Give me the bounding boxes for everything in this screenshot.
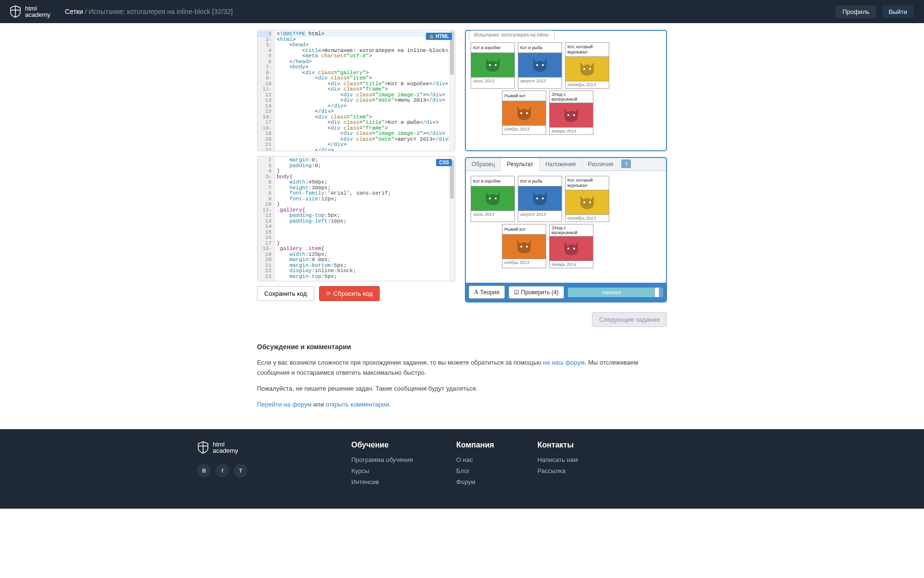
help-button[interactable]: ? bbox=[621, 159, 631, 168]
footer-link[interactable]: Курсы bbox=[351, 467, 413, 474]
footer-col: КонтактыНаписать намРассылка bbox=[538, 441, 578, 489]
progress-fill: теплее bbox=[568, 288, 656, 297]
gallery-item: Рыжий котноябрь 2013 bbox=[502, 224, 546, 268]
left-column: 🔒HTML 1234567891011121314151617181920212… bbox=[257, 30, 455, 327]
gallery-item: Этюд с валерьянкойянварь 2014 bbox=[549, 91, 593, 135]
social-row: ВfT bbox=[197, 464, 294, 477]
svg-point-8 bbox=[567, 114, 569, 116]
gallery-item: Этюд с валерьянкойянварь 2014 bbox=[549, 224, 593, 268]
gallery-item: Рыжий котноябрь 2013 bbox=[502, 91, 546, 135]
svg-point-18 bbox=[567, 248, 569, 250]
footer-link[interactable]: Блог bbox=[456, 467, 494, 474]
result-panel: ОбразецРезультатНаложениеРазличия? Кот в… bbox=[465, 157, 667, 302]
logout-button[interactable]: Выйти bbox=[882, 5, 915, 19]
progress-bar[interactable]: теплее bbox=[568, 288, 663, 297]
social-icon[interactable]: f bbox=[216, 464, 229, 477]
svg-point-10 bbox=[489, 197, 491, 199]
svg-point-15 bbox=[589, 201, 591, 203]
css-code-area[interactable]: margin:0; padding:0;}body{ width:450px; … bbox=[275, 157, 455, 281]
footer-col: ОбучениеПрограмма обученияКурсыИнтенсив bbox=[351, 441, 413, 489]
breadcrumb-root[interactable]: Сетки bbox=[65, 8, 83, 15]
preview-result: Кот в коробкеиюль 2013Кот и рыбаавгуст 2… bbox=[466, 171, 666, 283]
check-icon bbox=[514, 289, 519, 296]
breadcrumb: Сетки / Испытание: котогалерея на inline… bbox=[65, 8, 233, 15]
goto-forum-link[interactable]: Перейти на форум bbox=[257, 401, 311, 408]
main-container: 🔒HTML 1234567891011121314151617181920212… bbox=[131, 23, 793, 327]
svg-point-14 bbox=[583, 201, 585, 203]
html-badge: 🔒HTML bbox=[426, 33, 452, 40]
gallery-item: Кот в коробкеиюль 2013 bbox=[471, 176, 515, 222]
scrollbar[interactable] bbox=[449, 157, 455, 281]
gallery-item: Кот в коробкеиюль 2013 bbox=[471, 42, 515, 89]
svg-point-1 bbox=[495, 64, 497, 66]
progress-thumb[interactable] bbox=[654, 288, 659, 297]
css-gutter: 234567891011121314151617181920212223 bbox=[257, 157, 275, 281]
social-icon[interactable]: T bbox=[234, 464, 247, 477]
preview-tab-top: Испытание: котогалерея на inline- bbox=[469, 30, 555, 39]
gallery-result: Кот в коробкеиюль 2013Кот и рыбаавгуст 2… bbox=[471, 176, 661, 268]
footer-col: КомпанияО насБлогФорум bbox=[456, 441, 494, 489]
svg-point-2 bbox=[536, 64, 538, 66]
theory-button[interactable]: AТеория bbox=[469, 286, 505, 299]
svg-point-11 bbox=[495, 197, 497, 199]
footer-link[interactable]: Форум bbox=[456, 478, 494, 486]
preview-reference: Испытание: котогалерея на inline- Кот в … bbox=[465, 30, 667, 151]
header-right: Профиль Выйти bbox=[835, 5, 914, 19]
svg-point-17 bbox=[526, 246, 528, 248]
result-tab-3[interactable]: Различия bbox=[582, 158, 620, 171]
footer-columns: ОбучениеПрограмма обученияКурсыИнтенсивК… bbox=[351, 441, 578, 489]
svg-point-7 bbox=[526, 112, 528, 114]
discussion-p1: Если у вас возникли сложности при прохож… bbox=[257, 358, 667, 378]
scrollbar[interactable] bbox=[449, 30, 455, 151]
discussion-heading: Обсуждение и комментарии bbox=[257, 342, 667, 352]
footer: htmlacademy ВfT ОбучениеПрограмма обучен… bbox=[0, 429, 924, 509]
html-gutter: 12345678910111213141516171819202122 bbox=[257, 30, 275, 151]
footer-logo[interactable]: htmlacademy bbox=[197, 441, 294, 454]
css-editor[interactable]: CSS 234567891011121314151617181920212223… bbox=[257, 156, 455, 281]
forum-link[interactable]: на наш форум bbox=[543, 359, 585, 366]
result-tabs: ОбразецРезультатНаложениеРазличия? bbox=[466, 158, 666, 171]
footer-link[interactable]: Написать нам bbox=[538, 456, 578, 463]
html-editor[interactable]: 🔒HTML 1234567891011121314151617181920212… bbox=[257, 30, 455, 151]
save-button[interactable]: Сохранить код bbox=[257, 286, 314, 301]
footer-logo-col: htmlacademy ВfT bbox=[197, 441, 294, 489]
preview-content: Кот в коробкеиюль 2013Кот и рыбаавгуст 2… bbox=[466, 31, 666, 140]
result-tab-1[interactable]: Результат bbox=[501, 158, 539, 171]
footer-link[interactable]: Рассылка bbox=[538, 467, 578, 474]
social-icon[interactable]: В bbox=[197, 464, 211, 477]
profile-button[interactable]: Профиль bbox=[835, 5, 876, 19]
book-icon: A bbox=[474, 289, 478, 296]
logo[interactable]: html academy bbox=[10, 5, 51, 18]
footer-inner: htmlacademy ВfT ОбучениеПрограмма обучен… bbox=[197, 441, 727, 489]
html-code-area[interactable]: <!DOCTYPE html><html> <head> <title>Испы… bbox=[275, 30, 455, 151]
next-task-button[interactable]: Следующее задание bbox=[592, 312, 667, 327]
control-bar: AТеория Проверить (4) теплее bbox=[466, 283, 666, 302]
result-tab-2[interactable]: Наложение bbox=[539, 158, 582, 171]
svg-point-13 bbox=[542, 197, 544, 199]
check-button[interactable]: Проверить (4) bbox=[509, 286, 564, 299]
right-column: Испытание: котогалерея на inline- Кот в … bbox=[465, 30, 667, 327]
gallery-item: Кот, который мурлыкалоктябрь 2013 bbox=[565, 42, 609, 89]
shield-icon bbox=[10, 5, 21, 18]
svg-point-12 bbox=[536, 197, 538, 199]
breadcrumb-page: Испытание: котогалерея на inline-block [… bbox=[89, 8, 232, 15]
footer-link[interactable]: О нас bbox=[456, 456, 494, 463]
gallery-reference: Кот в коробкеиюль 2013Кот и рыбаавгуст 2… bbox=[471, 42, 661, 135]
open-comments-link[interactable]: открыть комментарии bbox=[326, 401, 389, 408]
gallery-item: Кот и рыбаавгуст 2013 bbox=[518, 42, 562, 89]
discussion-section: Обсуждение и комментарии Если у вас возн… bbox=[257, 342, 667, 410]
editor-buttons: Сохранить код ⟳Сбросить код bbox=[257, 286, 455, 301]
app-header: html academy Сетки / Испытание: котогале… bbox=[0, 0, 924, 23]
css-badge: CSS bbox=[436, 159, 452, 166]
logo-text: html academy bbox=[25, 5, 51, 18]
gallery-item: Кот и рыбаавгуст 2013 bbox=[518, 176, 562, 222]
header-left: html academy Сетки / Испытание: котогале… bbox=[10, 5, 233, 18]
result-tab-0[interactable]: Образец bbox=[466, 158, 501, 171]
footer-link[interactable]: Программа обучения bbox=[351, 456, 413, 463]
reset-button[interactable]: ⟳Сбросить код bbox=[319, 286, 380, 301]
svg-point-3 bbox=[542, 64, 544, 66]
footer-link[interactable]: Интенсив bbox=[351, 478, 413, 486]
svg-point-0 bbox=[489, 64, 491, 66]
discussion-p3: Перейти на форум или открыть комментарии… bbox=[257, 400, 667, 410]
svg-point-4 bbox=[583, 68, 585, 70]
